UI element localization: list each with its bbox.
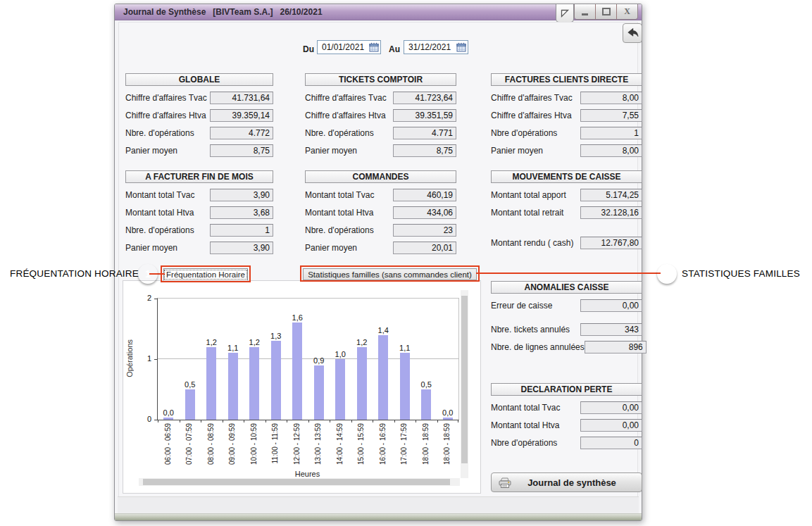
journal-synthese-button[interactable]: Journal de synthèse xyxy=(491,472,642,492)
panel-row: Montant total Htva434,06 xyxy=(305,206,456,219)
panel-row: Panier moyen8,75 xyxy=(305,144,456,157)
date-from-input[interactable]: 01/01/2021 xyxy=(317,40,381,54)
field-label: Chiffre d'affaires Tvac xyxy=(491,93,573,103)
field-value: 434,06 xyxy=(393,206,456,219)
x-tick-label: 11:00 - 11:59 xyxy=(265,423,287,470)
field-label: Panier moyen xyxy=(125,243,177,253)
window-controls: X xyxy=(574,4,638,20)
bar xyxy=(400,353,410,420)
field-value: 3,68 xyxy=(210,206,273,219)
x-tick-label: 13:00 - 13:59 xyxy=(308,423,330,470)
vertical-scrollbar-thumb[interactable] xyxy=(461,296,468,463)
calendar-icon[interactable] xyxy=(369,42,379,52)
field-value: 0,00 xyxy=(580,401,642,414)
panel-row: Nbre. d'opérations4.772 xyxy=(125,127,273,139)
bar-value-label: 0,5 xyxy=(421,380,432,389)
x-tick-label: 14:00 - 14:59 xyxy=(329,423,351,470)
panel-declaration-perte: DECLARATION PERTE Montant total Tvac0,00… xyxy=(491,383,642,454)
x-tick-mark xyxy=(223,420,223,422)
field-value: 0,00 xyxy=(580,299,642,312)
field-value: 4.771 xyxy=(393,127,456,139)
bar xyxy=(185,389,195,420)
tab-statistiques-familles[interactable]: Statistiques familles (sans commandes cl… xyxy=(303,268,477,280)
x-axis-title: Heures xyxy=(157,470,458,478)
x-tick-label: 07:00 - 07:59 xyxy=(179,423,201,470)
vertical-scrollbar[interactable] xyxy=(461,290,468,478)
panel-row: Panier moyen3,90 xyxy=(125,242,273,254)
field-label: Panier moyen xyxy=(305,243,357,253)
panel-row: Chiffre d'affaires Tvac8,00 xyxy=(491,92,642,104)
bar-series: 0,00,51,21,11,21,31,60,91,01,21,41,10,50… xyxy=(158,299,458,420)
tab-frequentation-horaire[interactable]: Fréquentation Horaire xyxy=(163,268,248,280)
field-label: Chiffre d'affaires Htva xyxy=(305,111,386,120)
field-value: 1 xyxy=(580,127,642,139)
printer-icon xyxy=(498,477,512,489)
bar xyxy=(271,341,281,420)
x-tick-label: 18:00 - 18:59 xyxy=(437,423,458,470)
bar-slot: 1,0 xyxy=(330,299,351,420)
panel-header: COMMANDES xyxy=(305,170,456,183)
field-value: 8,75 xyxy=(210,144,273,157)
field-value: 460,19 xyxy=(393,189,456,201)
panel-row: Panier moyen20,01 xyxy=(305,242,456,254)
y-tick-mark xyxy=(154,299,157,299)
field-value: 12.767,80 xyxy=(580,237,642,249)
maximize-button[interactable] xyxy=(596,4,617,19)
window-title: Journal de Synthèse [BIVTeam S.A.] 26/10… xyxy=(123,7,323,17)
journal-synthese-label: Journal de synthèse xyxy=(512,477,642,488)
bar xyxy=(314,365,324,420)
field-value: 3,90 xyxy=(210,189,273,201)
field-label: Panier moyen xyxy=(125,146,177,156)
snip-corner-button[interactable] xyxy=(556,4,574,23)
field-label: Nbre. d'opérations xyxy=(305,225,374,235)
panel-anomalies-caisse: ANOMALIES CAISSE Erreur de caisse0,00 Nb… xyxy=(491,281,642,358)
back-button[interactable] xyxy=(623,23,642,43)
field-value: 8,75 xyxy=(393,144,456,157)
field-label: Chiffre d'affaires Htva xyxy=(491,111,572,120)
field-label: Nbre. d'opérations xyxy=(125,128,194,138)
close-button[interactable]: X xyxy=(617,4,637,19)
field-value: 20,01 xyxy=(393,242,456,254)
date-to-label: Au xyxy=(389,44,400,54)
panel-row: Montant rendu ( cash)12.767,80 xyxy=(491,237,642,249)
x-tick-label: 09:00 - 09:59 xyxy=(222,423,244,470)
date-to-input[interactable]: 31/12/2021 xyxy=(404,40,468,54)
field-value: 4.772 xyxy=(210,127,273,139)
panel-row: Chiffre d'affaires Tvac41.723,64 xyxy=(305,92,456,104)
x-tick-mark xyxy=(394,420,395,422)
bar xyxy=(443,418,453,420)
panel-row: Erreur de caisse0,00 xyxy=(491,299,642,312)
calendar-icon[interactable] xyxy=(456,42,466,52)
panel-globale: GLOBALE Chiffre d'affaires Tvac41.731,64… xyxy=(125,73,273,162)
minimize-button[interactable] xyxy=(575,4,596,19)
bar-slot: 1,2 xyxy=(201,299,223,420)
x-tick-mark xyxy=(201,420,201,422)
bar-value-label: 1,1 xyxy=(227,344,238,352)
panel-row: Montant total apport5.174,25 xyxy=(491,189,642,201)
panel-row: Nbre. tickets annulés343 xyxy=(491,323,642,336)
triangle-icon xyxy=(560,8,570,18)
x-tick-mark xyxy=(351,420,352,422)
panel-header: DECLARATION PERTE xyxy=(491,383,642,396)
horizontal-scrollbar[interactable] xyxy=(139,478,460,486)
panel-row: Montant total Tvac460,19 xyxy=(305,189,456,201)
field-value: 8,00 xyxy=(580,92,642,104)
panel-row: Nbre. d'opérations1 xyxy=(125,224,273,237)
panel-row: Montant total Tvac3,90 xyxy=(125,189,273,201)
field-label: Nbre. tickets annulés xyxy=(491,325,570,334)
field-value: 0 xyxy=(580,437,642,449)
field-value: 8,00 xyxy=(580,144,642,157)
bar-value-label: 1,1 xyxy=(399,344,410,352)
field-value: 23 xyxy=(393,224,456,237)
callout-1-label: FRÉQUENTATION HORAIRE xyxy=(10,268,139,279)
bar-slot: 1,2 xyxy=(351,299,373,420)
y-tick-label: 0 xyxy=(147,415,151,423)
panel-a-facturer: A FACTURER FIN DE MOIS Montant total Tva… xyxy=(125,170,273,259)
horizontal-scrollbar-thumb[interactable] xyxy=(143,479,450,485)
panel-row: Nbre d'opérations1 xyxy=(491,127,642,139)
x-tick-mark xyxy=(416,420,416,422)
field-label: Montant total Htva xyxy=(305,208,373,218)
field-label: Montant total Htva xyxy=(491,420,559,430)
bar xyxy=(335,359,345,420)
panel-row: Chiffre d'affaires Htva39.351,59 xyxy=(305,109,456,122)
